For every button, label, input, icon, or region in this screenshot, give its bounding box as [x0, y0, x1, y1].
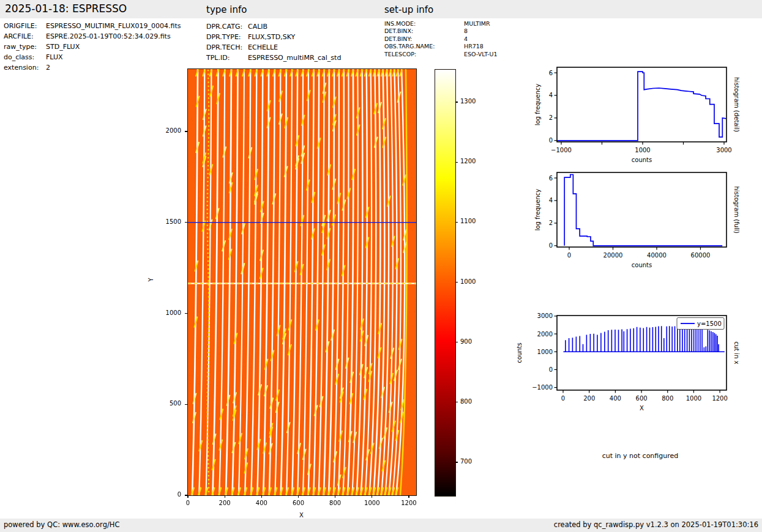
colorbar-tick-label: 900: [460, 338, 472, 345]
info-row: do_class:FLUX: [4, 52, 181, 62]
info-value: ECHELLE: [248, 42, 278, 53]
x-tick-label: 20000: [603, 252, 623, 259]
info-label: DET.BINY:: [384, 35, 464, 43]
histogram-full-plot: 02000040000600000246countslog frequencyh…: [514, 161, 762, 273]
main-y-tick: [185, 495, 187, 495]
main-y-tick: [185, 313, 187, 314]
main-x-tick-label: 400: [246, 500, 277, 506]
x-tick-label: 400: [610, 395, 621, 402]
y-tick-label: 3000: [537, 312, 553, 319]
colorbar-tick: [455, 222, 458, 223]
y-tick-label: 4: [549, 197, 553, 204]
y-tick-label: 1000: [537, 349, 553, 355]
info-label: TELESCOP:: [384, 51, 464, 58]
colorbar-tick: [455, 282, 458, 283]
y-tick-label: 2: [549, 114, 553, 121]
main-y-tick-label: 500: [154, 400, 181, 407]
info-label: INS.MODE:: [384, 20, 464, 28]
info-label: TPL.ID:: [206, 53, 248, 63]
y-tick-label: 0: [549, 366, 553, 373]
info-value: ESPRE.2025-01-19T00:52:34.029.fits: [46, 31, 171, 42]
colorbar-tick: [455, 162, 458, 163]
main-x-tick-label: 800: [320, 500, 351, 506]
info-label: DPR.CATG:: [206, 21, 248, 32]
info-value: STD_FLUX: [46, 42, 80, 52]
info-value: MULTIMR: [464, 20, 490, 28]
main-y-tick: [185, 404, 187, 405]
x-tick-label: 60000: [691, 252, 711, 259]
colorbar-tick-label: 1100: [460, 218, 476, 224]
histogram-detail-plot: −1000100030000246countslog frequencyhist…: [514, 56, 762, 168]
cut-in-x-plot: 020040060080010001200−10000100020003000X…: [514, 305, 762, 416]
y-tick-label: 0: [549, 242, 553, 249]
axes-box: [557, 67, 727, 142]
info-label: ARCFILE:: [4, 31, 46, 42]
x-tick-label: 3000: [716, 147, 731, 153]
info-label: extension:: [4, 62, 46, 73]
main-y-tick-label: 2000: [154, 127, 181, 134]
raw-image-frame: [187, 68, 417, 496]
main-x-tick: [335, 495, 335, 498]
x-tick-label: 1000: [686, 395, 701, 402]
colorbar-tick: [455, 342, 458, 342]
setup-info-block: INS.MODE:MULTIMRDET.BINX:8DET.BINY:4OBS.…: [384, 20, 498, 58]
main-y-axis-label: Y: [148, 278, 154, 281]
main-x-tick: [225, 495, 225, 498]
info-value: 8: [464, 28, 468, 35]
cut-in-y-message: cut in y not configured: [579, 452, 701, 460]
qc-rawdisp-report: 2025-01-18: ESPRESSO type info set-up in…: [0, 0, 762, 532]
info-row: TELESCOP:ESO-VLT-U1: [384, 51, 498, 58]
y-axis-label: log frequency: [534, 84, 541, 126]
colorbar: [435, 69, 456, 497]
x-tick-label: 1200: [712, 395, 727, 402]
info-value: ESPRESSO_MULTIMR_FLUX019_0004.fits: [46, 21, 181, 31]
info-value: ESO-VLT-U1: [464, 51, 498, 58]
footer-left-text: powered by QC: www.eso.org/HC: [4, 520, 119, 529]
info-label: DET.BINX:: [384, 28, 464, 35]
y-tick-label: 2000: [537, 331, 553, 338]
info-label: ORIGFILE:: [4, 21, 46, 31]
info-label: do_class:: [4, 52, 46, 62]
info-row: OBS.TARG.NAME:HR718: [384, 43, 498, 50]
colorbar-tick: [455, 102, 458, 102]
colorbar-tick-label: 1200: [460, 158, 476, 164]
main-x-tick: [298, 495, 299, 498]
info-label: OBS.TARG.NAME:: [384, 43, 464, 50]
main-x-tick: [408, 495, 409, 498]
raw-image-canvas: [188, 69, 416, 495]
y-tick-label: 0: [549, 137, 553, 144]
info-row: raw_type:STD_FLUX: [4, 42, 181, 52]
main-x-tick-label: 1000: [357, 500, 387, 506]
main-x-tick: [187, 495, 188, 498]
cut-in-x-curve: [564, 326, 725, 352]
page-title: 2025-01-18: ESPRESSO: [5, 2, 127, 15]
main-x-tick-label: 0: [173, 500, 203, 506]
colorbar-tick-label: 800: [460, 398, 472, 405]
x-axis-label: counts: [632, 262, 652, 268]
main-x-tick-label: 600: [283, 500, 313, 506]
histogram-full-curve: [564, 175, 722, 246]
x-tick-label: −1000: [551, 147, 572, 153]
main-x-axis-label: X: [299, 512, 304, 519]
y-tick-label: 2: [549, 220, 553, 226]
info-row: ARCFILE:ESPRE.2025-01-19T00:52:34.029.fi…: [4, 31, 181, 42]
right-side-label: cut in x: [733, 341, 740, 364]
info-label: DPR.TYPE:: [206, 32, 248, 42]
histogram-detail-curve: [557, 72, 726, 141]
colorbar-tick-label: 700: [460, 458, 472, 465]
y-axis-label: log frequency: [534, 189, 541, 231]
info-row: DET.BINY:4: [384, 35, 498, 43]
info-row: DPR.TECH:ECHELLE: [206, 42, 341, 53]
footer-right-text: created by qc_rawdisp.py v1.2.3 on 2025-…: [554, 520, 758, 529]
x-tick-label: 600: [636, 395, 648, 402]
setup-info-title: set-up info: [384, 4, 433, 15]
info-value: FLUX,STD,SKY: [248, 32, 295, 42]
y-tick-label: 4: [549, 92, 553, 98]
info-value: 2: [46, 62, 50, 73]
info-row: extension:2: [4, 62, 181, 73]
main-y-tick: [185, 131, 187, 131]
x-tick-label: 200: [583, 395, 595, 402]
right-side-label: histogram (full): [733, 186, 740, 233]
x-axis-label: X: [640, 405, 644, 412]
info-row: ORIGFILE:ESPRESSO_MULTIMR_FLUX019_0004.f…: [4, 21, 181, 31]
